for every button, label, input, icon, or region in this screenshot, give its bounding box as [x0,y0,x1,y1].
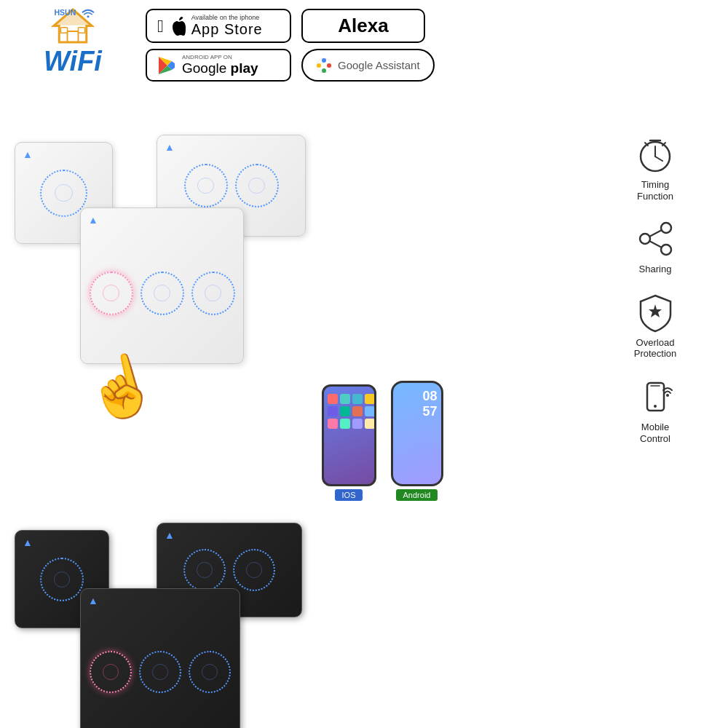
svg-point-6 [87,15,90,17]
touch-inner-b3c [202,664,218,680]
app-icon [365,394,375,404]
mobile-label: MobileControl [640,422,670,444]
svg-point-13 [327,63,331,68]
touch-button-1[interactable] [40,170,87,217]
mobile-control-icon [636,377,676,417]
mobile-icon-wrap [633,377,677,417]
touch-button-b1[interactable] [40,558,84,601]
timing-icon-wrap [633,135,677,175]
android-time: 0857 [393,383,441,423]
brand-logo-icon: HSUN [51,6,95,46]
header-area: HSUN WiFi  Available on the iphone App … [0,0,728,127]
share-icon [636,219,676,259]
product-display-area: ▲ ▲ [0,127,590,728]
overload-icon-wrap [633,293,677,333]
app-icon [365,419,375,429]
svg-point-23 [661,223,671,233]
overload-label: OverloadProtection [634,337,677,360]
svg-point-14 [322,68,326,73]
svg-point-32 [666,394,669,397]
google-play-line1: ANDROID APP ON [182,54,258,60]
white-3gang-switch[interactable]: ▲ ☝ [80,207,244,364]
svg-line-18 [655,157,662,161]
svg-rect-2 [68,31,79,42]
app-store-badge[interactable]:  Available on the iphone App Store [146,9,291,43]
touch-buttons-3 [90,272,235,315]
touch-inner-b3b [152,664,168,680]
touch-inner-b2b [246,562,262,578]
google-play-icon [157,56,176,75]
shield-star-icon [636,293,676,333]
touch-button-2b[interactable] [235,164,279,207]
google-assistant-badge[interactable]: Google Assistant [301,49,435,82]
touch-button-b3a-active[interactable] [90,651,132,693]
app-icon [352,419,363,429]
alexa-badge[interactable]: Alexa [301,9,425,43]
app-icon [340,406,350,416]
badge-row-1:  Available on the iphone App Store Alex… [146,9,435,43]
ios-screen-content [324,387,374,432]
svg-rect-3 [61,28,68,33]
touch-button-2a[interactable] [184,164,228,207]
touch-buttons-b3 [90,651,231,693]
touch-button-b3b[interactable] [139,651,181,693]
black-switches-section: ▲ ▲ [7,515,582,728]
touch-buttons-b2 [183,549,275,591]
ios-phone-mock [322,384,376,486]
touch-inner-b3a [103,664,119,680]
svg-point-12 [322,58,326,63]
clock-icon [636,135,676,175]
brand-logo-section: HSUN WiFi [7,6,138,75]
wifi-label: WiFi [44,47,102,75]
apple-logo-icon [170,17,186,36]
svg-line-27 [649,241,662,248]
hand-touch-icon-black: ☝ [77,722,165,728]
touch-inner-3b [154,285,170,301]
touch-button-3b[interactable] [141,272,184,315]
app-icon [328,394,338,404]
wifi-signal-icon-3: ▲ [88,214,98,226]
app-icon [352,394,363,404]
app-badges-area:  Available on the iphone App Store Alex… [146,9,435,82]
wifi-signal-icon-b3: ▲ [88,595,98,606]
touch-button-3c[interactable] [191,272,235,315]
features-panel: TimingFunction Sharing [590,127,728,728]
app-icon [365,406,375,416]
google-assistant-label: Google Assistant [338,59,420,71]
app-store-line2: App Store [191,21,263,38]
touch-button-b2a[interactable] [183,549,226,591]
touch-buttons-b1 [40,558,84,601]
white-switches-section: ▲ ▲ [7,127,582,381]
app-icon [328,419,338,429]
wifi-signal-icon-b1: ▲ [23,537,33,548]
black-3gang-switch[interactable]: ▲ ☝ [80,588,240,728]
touch-button-b3c[interactable] [189,651,231,693]
alexa-label: Alexa [338,15,388,37]
svg-point-30 [654,405,657,408]
main-content: ▲ ▲ [0,127,728,728]
apple-icon:  [157,16,164,36]
google-play-text: ANDROID APP ON Google play [182,54,258,76]
feature-overload: OverloadProtection [590,293,721,360]
android-label: Android [396,489,438,501]
feature-timing: TimingFunction [590,135,721,202]
wifi-signal-icon-2: ▲ [165,141,175,153]
app-icon [340,419,350,429]
sharing-icon-wrap [633,219,677,259]
touch-inner-3c [205,285,221,301]
app-store-text: Available on the iphone App Store [191,14,263,38]
android-phone-mock: 0857 [391,381,443,486]
touch-button-3a-active[interactable] [90,272,133,315]
touch-button-b2b[interactable] [233,549,275,591]
app-icon [328,406,338,416]
google-assistant-icon [316,58,332,74]
google-play-badge[interactable]: ANDROID APP ON Google play [146,49,291,82]
svg-point-24 [640,234,650,244]
svg-text:HSUN: HSUN [55,8,76,17]
svg-marker-28 [649,304,662,317]
feature-mobile: MobileControl [590,377,721,444]
svg-rect-4 [79,28,85,33]
touch-inner-b2a [197,562,213,578]
app-icon [340,394,350,404]
touch-inner-1 [55,184,72,202]
